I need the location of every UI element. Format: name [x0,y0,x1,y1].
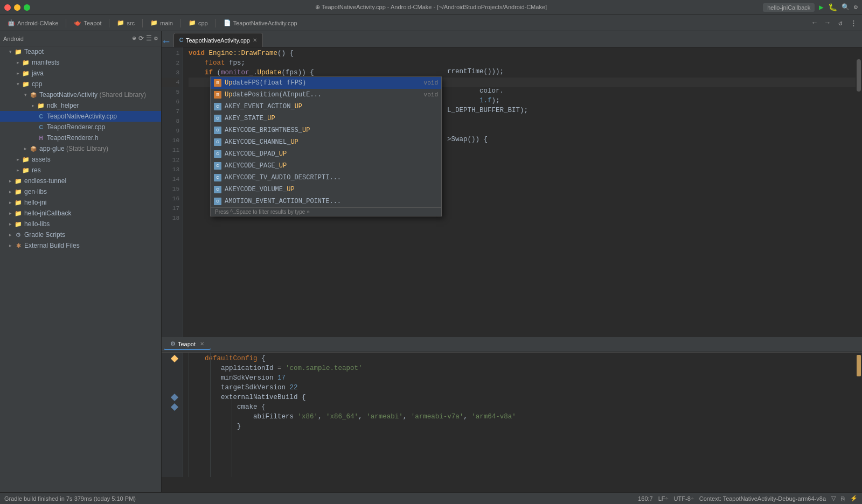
toolbar-tab-cpp[interactable]: 📁 cpp [184,18,212,27]
minimize-button[interactable] [14,4,20,11]
gutter-line-6: 6 [162,97,179,107]
tab-filename: TeapotNativeActivity.cpp [186,37,250,44]
ac-item-10[interactable]: c AMOTION_EVENT_ACTION_POINTE... [211,195,441,207]
bottom-scrollbar[interactable] [856,353,862,477]
ac-item-text6: AKEYCODE_DPAD_UP [225,150,438,158]
ac-item-7[interactable]: c AKEYCODE_PAGE_UP [211,160,441,172]
tree-item-manifests[interactable]: ▸ 📁 manifests [0,57,161,68]
toolbar-back-icon[interactable]: ← [809,18,820,29]
status-position[interactable]: 160:7 [638,495,653,502]
search-icon[interactable]: 🔍 [842,3,850,11]
status-icon1[interactable]: ▽ [831,495,836,502]
bottom-code-line-4: targetSdkVersion 22 [189,383,856,393]
toolbar-separator2 [109,19,109,27]
status-charset[interactable]: UTF-8÷ [674,495,694,502]
tree-item-cpp[interactable]: ▾ 📁 cpp [0,79,161,89]
sidebar: Android ⊕ ⟳ ☰ ⚙ ▾ 📁 Teapot ▸ 📁 manifests… [0,31,162,492]
gutter-line-1: 1 [162,48,179,58]
titlebar-right: hello-jniCallback ▶ 🐛 🔍 ⚙ [763,3,858,12]
bottom-tab-bar: ⚙ Teapot ✕ [162,337,862,352]
sidebar-icon2[interactable]: ⟳ [138,34,144,43]
ac-const-icon2: c [214,115,221,122]
toolbar: 🤖 Android-CMake 🫖 Teapot 📁 src 📁 main 📁 … [0,15,862,31]
bottom-gutter-5 [164,393,179,402]
tree-item-external-build-files[interactable]: ▸ ✱ External Build Files [0,240,161,251]
bottom-code-line-1: defaultConfig { [189,354,856,363]
bottom-gutter-8 [164,422,179,431]
tree-item-shared-lib[interactable]: ▾ 📦 TeapotNativeActivity (Shared Library… [0,89,161,100]
toolbar-refresh-icon[interactable]: ↺ [835,18,846,29]
sidebar-icon3[interactable]: ☰ [146,34,152,43]
bottom-tab-teapot[interactable]: ⚙ Teapot ✕ [164,339,211,350]
gradle-icon: ⚙ [170,340,176,347]
gutter-line-7: 7 [162,107,179,116]
run-icon[interactable]: ▶ [819,3,823,12]
tree-item-endless-tunnel[interactable]: ▸ 📁 endless-tunnel [0,176,161,186]
status-icon2[interactable]: ⎘ [841,495,845,502]
tree-item-hello-jni[interactable]: ▸ 📁 hello-jni [0,197,161,208]
tree-item-gradle-scripts[interactable]: ▸ ⚙ Gradle Scripts [0,229,161,240]
bottom-code-line-3: minSdkVersion 17 [189,373,856,383]
status-lf[interactable]: LF÷ [658,495,669,502]
window-title: ⊕ TeapotNativeActivity.cpp - Android-CMa… [315,4,547,11]
gutter-line-9: 9 [162,126,179,136]
sidebar-icon1[interactable]: ⊕ [133,34,136,43]
tree-item-teapot-renderer-cpp[interactable]: C TeapotRenderer.cpp [0,122,161,132]
sidebar-header: Android ⊕ ⟳ ☰ ⚙ [0,31,161,46]
tree-item-assets[interactable]: ▸ 📁 assets [0,154,161,165]
back-arrow-icon[interactable]: ⟵ [164,36,169,47]
toolbar-more-icon[interactable]: ⋮ [848,18,859,29]
settings-icon[interactable]: ⚙ [854,3,858,11]
ac-item-8[interactable]: c AKEYCODE_TV_AUDIO_DESCRIPTI... [211,172,441,184]
ac-item-0[interactable]: m UpdateFPS(float fFPS) void [211,77,441,89]
tree-item-teapot-renderer-h[interactable]: H TeapotRenderer.h [0,132,161,143]
toolbar-tab-main[interactable]: 📁 main [146,18,177,27]
ac-item-3[interactable]: c AKEY_STATE_UP [211,113,441,124]
debug-icon[interactable]: 🐛 [828,3,837,12]
tree-item-gen-libs[interactable]: ▸ 📁 gen-libs [0,186,161,197]
autocomplete-dropdown[interactable]: m UpdateFPS(float fFPS) void m UpdatePos… [210,76,442,216]
tree-item-hello-jni-callback[interactable]: ▸ 📁 hello-jniCallback [0,208,161,219]
sidebar-header-label: Android [3,36,133,42]
tab-teapot-native-activity[interactable]: C TeapotNativeActivity.cpp ✕ [173,33,263,47]
bottom-code-content[interactable]: defaultConfig { applicationId = 'com.sam… [183,353,856,477]
scrollbar-vertical[interactable] [856,47,862,337]
bottom-tab-close-icon[interactable]: ✕ [200,341,204,347]
toolbar-tab-label: Android-CMake [17,20,58,26]
run-config-button[interactable]: hello-jniCallback [763,3,815,12]
ac-item-text1: UpdatePosition(AInputE... [225,91,420,99]
ac-item-9[interactable]: c AKEYCODE_VOLUME_UP [211,184,441,195]
ac-item-4[interactable]: c AKEYCODE_BRIGHTNESS_UP [211,124,441,136]
tab-close-icon[interactable]: ✕ [253,37,257,43]
bottom-gutter-9 [164,431,179,441]
toolbar-forward-icon[interactable]: → [822,18,833,29]
ac-item-2[interactable]: c AKEY_EVENT_ACTION_UP [211,101,441,113]
ac-item-5[interactable]: c AKEYCODE_CHANNEL_UP [211,136,441,148]
toolbar-tab-file[interactable]: 📄 TeapotNativeActivity.cpp [219,18,302,27]
tree-item-teapot-native-activity-cpp[interactable]: C TeapotNativeActivity.cpp [0,111,161,122]
tree-item-ndk-helper[interactable]: ▸ 📁 ndk_helper [0,100,161,111]
folder2-icon: 📁 [150,19,158,26]
bottom-tab-label: Teapot [178,341,196,347]
maximize-button[interactable] [24,4,30,11]
tree-item-teapot[interactable]: ▾ 📁 Teapot [0,46,161,57]
status-icon3[interactable]: ⚡ [850,495,858,502]
ac-const-icon9: c [214,198,221,205]
close-button[interactable] [4,4,11,11]
tree-item-hello-libs[interactable]: ▸ 📁 hello-libs [0,219,161,229]
toolbar-tab-teapot[interactable]: 🫖 Teapot [69,18,106,27]
tree-item-java[interactable]: ▸ 📁 java [0,68,161,79]
ac-item-6[interactable]: c AKEYCODE_DPAD_UP [211,148,441,160]
toolbar-tab-src[interactable]: 📁 src [113,18,139,27]
code-content[interactable]: void Engine::DrawFrame() { float fps; if… [183,47,862,337]
tree-item-res[interactable]: ▸ 📁 res [0,165,161,176]
teapot-icon: 🫖 [74,19,81,26]
sidebar-icon4[interactable]: ⚙ [154,34,158,43]
toolbar-tab-android-cmake[interactable]: 🤖 Android-CMake [3,18,62,27]
tree-item-app-glue[interactable]: ▸ 📦 app-glue (Static Library) [0,143,161,154]
bottom-code-line-5: externalNativeBuild { [189,393,856,402]
indent-guide-1 [189,353,189,477]
gutter-line-5: 5 [162,87,179,97]
scrollbar-thumb[interactable] [857,59,861,92]
ac-item-1[interactable]: m UpdatePosition(AInputE... void [211,89,441,101]
